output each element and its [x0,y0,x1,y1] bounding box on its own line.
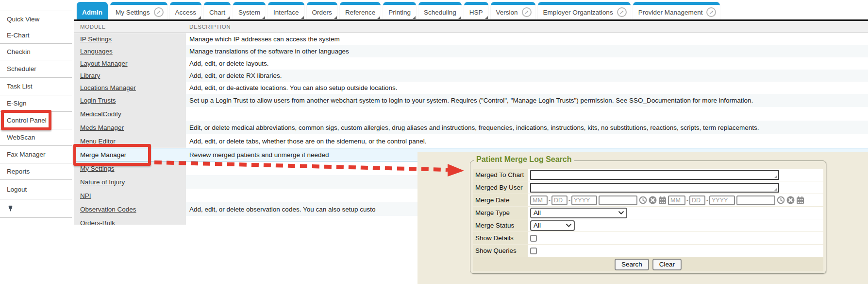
external-link-icon[interactable]: ↗ [522,7,532,17]
tab-printing[interactable]: Printing [383,2,416,19]
calendar-icon[interactable] [796,196,804,204]
module-description: Add, edit, or delete RX libraries. [186,70,868,82]
sidebar-item-label: WebScan [7,134,35,141]
sidebar-pin-item[interactable] [0,199,72,217]
tab-my-settings[interactable]: My Settings↗ [110,2,167,19]
module-link-layout-manager[interactable]: Layout Manager [80,60,128,67]
external-link-icon[interactable]: ↗ [706,7,716,17]
module-link-npi[interactable]: NPI [80,192,91,199]
tab-admin[interactable]: Admin [77,2,108,19]
module-link-languages[interactable]: Languages [80,48,113,55]
clear-date-icon[interactable] [786,196,795,204]
clear-date-icon[interactable] [649,196,657,204]
start-month-input[interactable] [530,195,548,205]
tab-system[interactable]: System [233,2,266,19]
tab-reference[interactable]: Reference [340,2,381,19]
merge-type-select[interactable]: All [530,208,627,218]
tab-employer-organizations[interactable]: Employer Organizations↗ [538,2,631,19]
tab-provider-management[interactable]: Provider Management↗ [633,2,720,19]
merge-type-label: Merge Type [473,207,528,219]
tab-label: Interface [273,9,299,16]
tab-label: Chart [209,9,225,16]
merged-by-user-input[interactable] [530,183,779,193]
search-button[interactable]: Search [615,259,649,270]
module-link-medicalcodify[interactable]: MedicalCodify [80,110,121,118]
panel-title: Patient Merge Log Search [474,155,574,164]
module-description [186,107,868,121]
sidebar-item-webscan[interactable]: WebScan [0,129,72,145]
merge-date-row: Merge Date - - - - [473,194,823,206]
clear-button[interactable]: Clear [652,259,682,270]
module-link-observation-codes[interactable]: Observation Codes [80,206,136,213]
sidebar-item-task-list[interactable]: Task List [0,77,72,95]
column-header-module: MODULE [74,24,186,30]
table-row-medicalcodify: MedicalCodify [74,107,868,121]
module-cell: MedicalCodify [74,107,186,121]
start-time-input[interactable] [599,195,637,205]
module-link-library[interactable]: Library [80,72,100,79]
sidebar-item-scheduler[interactable]: Scheduler [0,60,72,77]
merged-to-chart-row: Merged To Chart [473,169,823,181]
show-queries-checkbox[interactable] [530,248,537,254]
sidebar-item-e-chart[interactable]: E-Chart [0,27,72,43]
table-header: MODULE DESCRIPTION [74,21,868,33]
calendar-icon[interactable] [658,196,667,204]
sidebar-item-quick-view[interactable]: Quick View [0,11,72,27]
sidebar-item-label: Quick View [7,16,39,23]
show-details-label: Show Details [473,232,528,244]
sidebar-item-e-sign[interactable]: E-Sign [0,95,72,111]
end-time-input[interactable] [736,195,775,205]
tab-label: Orders [312,9,332,16]
tab-label: Admin [82,9,102,16]
module-link-orders-bulk[interactable]: Orders-Bulk [80,219,115,225]
tab-interface[interactable]: Interface [268,2,304,19]
tab-scheduling[interactable]: Scheduling [418,2,462,19]
tab-chart[interactable]: Chart [204,2,231,19]
date-separator: - [686,197,688,204]
table-row-languages: LanguagesManage translations of the soft… [74,45,868,57]
merge-status-select[interactable]: All [530,220,575,231]
start-day-input[interactable] [551,195,568,205]
tab-label: HSP [469,9,483,16]
sidebar-item-checkin[interactable]: Checkin [0,43,72,60]
module-cell: Languages [74,45,186,57]
module-description: Manage which IP addresses can access the… [186,33,868,45]
tab-label: Provider Management [638,9,703,16]
panel-button-bar: Search Clear [473,257,823,271]
external-link-icon[interactable]: ↗ [617,7,627,17]
module-cell: Observation Codes [74,202,186,216]
tab-label: Employer Organizations [543,9,613,16]
end-year-input[interactable] [709,195,735,205]
merged-to-chart-input[interactable] [530,170,779,180]
annotation-box-control-panel [1,110,51,130]
clock-icon[interactable] [777,196,785,204]
sidebar-item-logout[interactable]: Logout [0,179,72,199]
annotation-box-merge-manager [73,144,151,166]
sidebar-item-label: E-Sign [7,100,27,107]
module-cell: Login Trusts [74,94,186,107]
module-description: Set up a Login Trust to allow users from… [186,94,868,107]
module-link-locations-manager[interactable]: Locations Manager [80,84,136,91]
external-link-icon[interactable]: ↗ [154,7,164,17]
end-month-input[interactable] [668,195,685,205]
module-link-nature-of-injury[interactable]: Nature of Injury [80,178,125,186]
module-cell: Meds Manager [74,121,186,134]
module-link-login-trusts[interactable]: Login Trusts [80,97,116,104]
sidebar-item-reports[interactable]: Reports [0,163,72,179]
start-year-input[interactable] [571,195,597,205]
module-cell: Locations Manager [74,82,186,94]
tab-version[interactable]: Version↗ [491,2,535,19]
tab-hsp[interactable]: HSP [464,2,488,19]
module-link-ip-settings[interactable]: IP Settings [80,36,112,43]
end-day-input[interactable] [689,195,705,205]
date-separator: - [568,197,570,204]
table-row-menu-editor: Menu EditorAdd, edit, or delete tabs, wh… [74,134,868,148]
tab-orders[interactable]: Orders [307,2,337,19]
tab-access[interactable]: Access [170,2,202,19]
show-details-checkbox[interactable] [530,235,537,242]
module-link-meds-manager[interactable]: Meds Manager [80,124,124,131]
merge-status-row: Merge Status All [473,219,823,231]
clock-icon[interactable] [639,196,647,204]
sidebar-item-fax-manager[interactable]: Fax Manager [0,145,72,163]
sidebar: Quick ViewE-ChartCheckinSchedulerTask Li… [0,0,73,284]
